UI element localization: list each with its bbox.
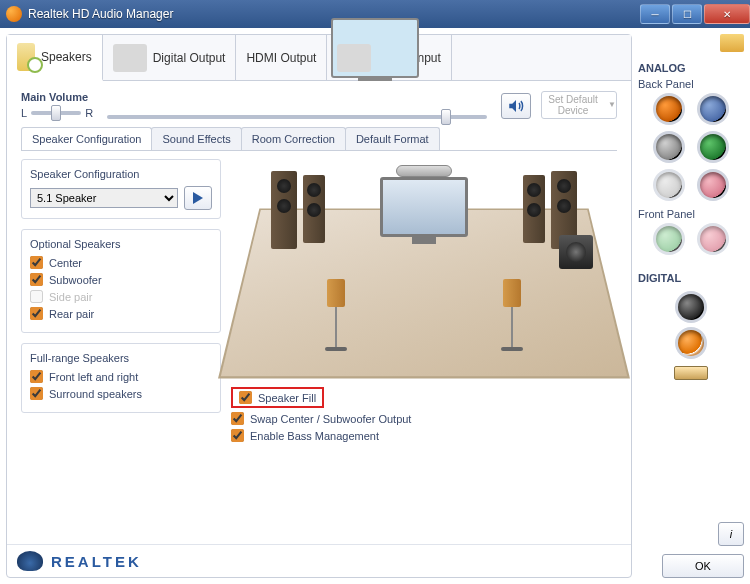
fullrange-speakers-group: Full-range Speakers Front left and right…: [21, 343, 221, 413]
tab-label: Speakers: [41, 50, 92, 64]
jack-grey-dim[interactable]: [656, 172, 682, 198]
back-panel-label: Back Panel: [638, 78, 744, 90]
front-left-speaker-icon[interactable]: [303, 175, 325, 243]
speakers-icon: [17, 43, 35, 71]
set-default-label: Set Default Device: [542, 94, 604, 116]
front-right-speaker-icon[interactable]: [523, 175, 545, 243]
set-default-button[interactable]: Set Default Device ▼: [541, 91, 617, 119]
center-speaker-icon[interactable]: [396, 165, 452, 177]
rear-right-speaker-icon[interactable]: [503, 279, 521, 339]
tab-label: Digital Output: [153, 51, 226, 65]
volume-slider[interactable]: [107, 115, 487, 119]
chevron-down-icon: ▼: [608, 101, 616, 110]
subwoofer-icon[interactable]: [559, 235, 593, 269]
jack-green-dim[interactable]: [656, 226, 682, 252]
back-panel-jacks: [638, 90, 744, 204]
balance-slider[interactable]: L R: [21, 107, 93, 119]
main-panel: Speakers Digital Output HDMI Output Digi…: [6, 34, 632, 578]
tab-digital-output[interactable]: Digital Output: [103, 35, 237, 80]
speaker-fill-highlight: Speaker Fill: [231, 387, 324, 408]
window-title: Realtek HD Audio Manager: [28, 7, 173, 21]
jack-grey[interactable]: [656, 134, 682, 160]
maximize-button[interactable]: ☐: [672, 4, 702, 24]
speaker-room-diagram: [231, 159, 617, 379]
jack-orange[interactable]: [656, 96, 682, 122]
jack-pink-dim[interactable]: [700, 226, 726, 252]
checkbox-side-pair: Side pair: [30, 290, 212, 303]
main-volume-label: Main Volume: [21, 91, 93, 103]
checkbox-center[interactable]: Center: [30, 256, 212, 269]
front-left-speaker-icon[interactable]: [271, 171, 297, 249]
tab-hdmi-output[interactable]: HDMI Output: [236, 35, 327, 80]
folder-icon[interactable]: [720, 34, 744, 52]
tab-speakers[interactable]: Speakers: [7, 35, 103, 81]
checkbox-bass-management[interactable]: Enable Bass Management: [231, 429, 617, 442]
device-icon: [337, 44, 371, 72]
volume-row: Main Volume L R Set Default Device ▼: [21, 91, 617, 119]
balance-thumb[interactable]: [51, 105, 61, 121]
jack-blue[interactable]: [700, 96, 726, 122]
speaker-config-select[interactable]: 5.1 Speaker: [30, 188, 178, 208]
brand-logo: REALTEK: [7, 544, 631, 577]
info-button[interactable]: i: [718, 522, 744, 546]
jack-optical[interactable]: [678, 294, 704, 320]
digital-heading: DIGITAL: [638, 272, 744, 284]
device-tabs: Speakers Digital Output HDMI Output Digi…: [7, 35, 631, 81]
close-button[interactable]: ✕: [704, 4, 750, 24]
tab-room-correction[interactable]: Room Correction: [241, 127, 346, 150]
brand-text: REALTEK: [51, 553, 142, 570]
checkbox-front-lr[interactable]: Front left and right: [30, 370, 212, 383]
speaker-config-group: Speaker Configuration 5.1 Speaker: [21, 159, 221, 219]
jack-hdmi[interactable]: [674, 366, 708, 380]
checkbox-rear-pair[interactable]: Rear pair: [30, 307, 212, 320]
jack-green[interactable]: [700, 134, 726, 160]
play-button[interactable]: [184, 186, 212, 210]
group-title: Full-range Speakers: [30, 352, 212, 364]
digital-jacks: [638, 288, 744, 386]
app-icon: [6, 6, 22, 22]
tab-speaker-configuration[interactable]: Speaker Configuration: [21, 127, 152, 150]
mute-button[interactable]: [501, 93, 531, 119]
group-title: Optional Speakers: [30, 238, 212, 250]
rear-left-speaker-icon[interactable]: [327, 279, 345, 339]
inner-tabs: Speaker Configuration Sound Effects Room…: [21, 127, 617, 151]
tab-sound-effects[interactable]: Sound Effects: [151, 127, 241, 150]
checkbox-speaker-fill[interactable]: Speaker Fill: [239, 391, 316, 404]
jack-pink[interactable]: [700, 172, 726, 198]
analog-heading: ANALOG: [638, 62, 744, 74]
balance-left-label: L: [21, 107, 27, 119]
speaker-icon: [507, 97, 525, 115]
checkbox-swap-center-sub[interactable]: Swap Center / Subwoofer Output: [231, 412, 617, 425]
balance-right-label: R: [85, 107, 93, 119]
ok-button[interactable]: OK: [662, 554, 744, 578]
device-icon: [113, 44, 147, 72]
group-title: Speaker Configuration: [30, 168, 212, 180]
checkbox-surround[interactable]: Surround speakers: [30, 387, 212, 400]
volume-thumb[interactable]: [441, 109, 451, 125]
front-panel-label: Front Panel: [638, 208, 744, 220]
optional-speakers-group: Optional Speakers Center Subwoofer Side …: [21, 229, 221, 333]
tv-icon: [380, 177, 468, 237]
tab-label: HDMI Output: [246, 51, 316, 65]
minimize-button[interactable]: ─: [640, 4, 670, 24]
front-panel-jacks: [638, 220, 744, 258]
jack-coaxial[interactable]: [678, 330, 704, 356]
tab-default-format[interactable]: Default Format: [345, 127, 440, 150]
side-panel: ANALOG Back Panel Front Panel DIGITAL i …: [638, 34, 744, 578]
realtek-crab-icon: [17, 551, 43, 571]
checkbox-subwoofer[interactable]: Subwoofer: [30, 273, 212, 286]
